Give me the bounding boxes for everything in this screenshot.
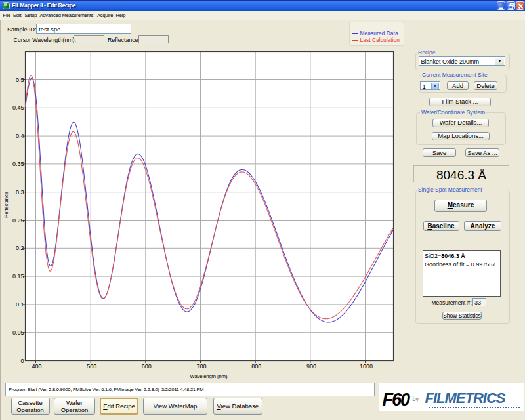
svg-text:0: 0 bbox=[20, 358, 24, 364]
svg-text:500: 500 bbox=[87, 363, 96, 369]
svg-text:0.45: 0.45 bbox=[12, 104, 24, 111]
svg-text:600: 600 bbox=[142, 363, 152, 369]
svg-text:0.4: 0.4 bbox=[16, 133, 24, 139]
svg-text:1000: 1000 bbox=[360, 363, 373, 369]
svg-text:0.1: 0.1 bbox=[16, 301, 24, 308]
svg-text:Reflectance: Reflectance bbox=[3, 192, 9, 218]
svg-text:0.25: 0.25 bbox=[12, 217, 24, 224]
svg-text:0.5: 0.5 bbox=[16, 77, 24, 83]
svg-text:0.3: 0.3 bbox=[16, 189, 24, 196]
svg-text:0.15: 0.15 bbox=[12, 273, 24, 280]
svg-text:0.2: 0.2 bbox=[16, 245, 24, 251]
svg-text:Wavelength (nm): Wavelength (nm) bbox=[190, 373, 228, 379]
svg-text:900: 900 bbox=[306, 363, 316, 369]
svg-text:0.35: 0.35 bbox=[12, 161, 24, 167]
svg-text:700: 700 bbox=[196, 363, 206, 369]
svg-text:400: 400 bbox=[32, 363, 41, 369]
svg-text:0.05: 0.05 bbox=[12, 329, 24, 336]
svg-text:800: 800 bbox=[251, 363, 261, 369]
